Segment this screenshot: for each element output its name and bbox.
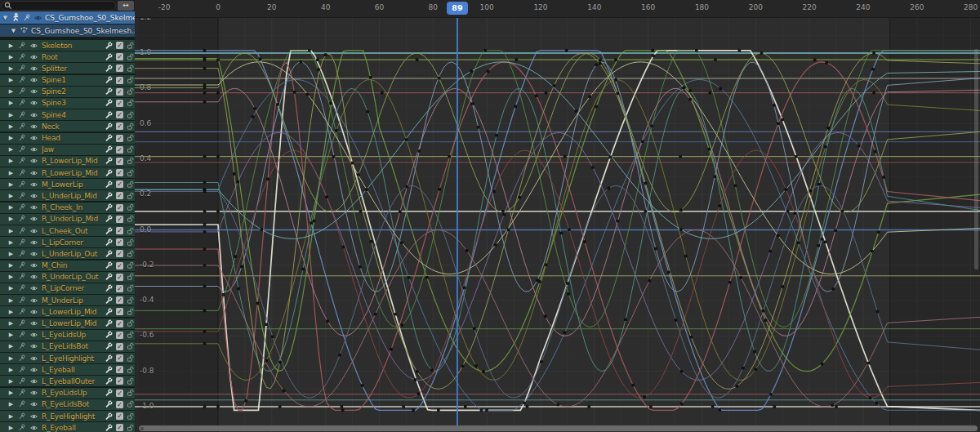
unlock-icon[interactable] bbox=[127, 65, 135, 73]
channel-name-label[interactable]: R_UnderLip_Out bbox=[42, 273, 101, 281]
modifier-wrench-icon[interactable] bbox=[105, 284, 113, 292]
unlock-icon[interactable] bbox=[127, 157, 135, 165]
enable-checkbox[interactable]: ✓ bbox=[116, 424, 123, 431]
enable-checkbox[interactable]: ✓ bbox=[116, 192, 123, 199]
eye-icon[interactable] bbox=[29, 424, 38, 432]
pin-icon[interactable] bbox=[18, 412, 26, 421]
channel-row[interactable]: ▶ Spine1 ✓ bbox=[0, 75, 135, 86]
object-channel-row[interactable]: ▼ CS_Gumshoe_S0_Skelmesh bbox=[0, 11, 135, 24]
eye-icon[interactable] bbox=[29, 331, 38, 339]
expand-icon[interactable]: ▶ bbox=[7, 216, 15, 222]
enable-checkbox[interactable]: ✓ bbox=[116, 204, 123, 212]
channel-row[interactable]: ▶ M_LowerLip ✓ bbox=[0, 179, 135, 189]
channel-row[interactable]: ▶ L_LowerLip_Mid ✓ bbox=[0, 306, 135, 317]
pin-icon[interactable] bbox=[18, 296, 26, 305]
collapse-icon[interactable]: ▼ bbox=[2, 15, 9, 21]
pin-icon[interactable] bbox=[18, 99, 26, 107]
pin-icon[interactable] bbox=[18, 169, 26, 177]
modifier-wrench-icon[interactable] bbox=[105, 412, 113, 421]
modifier-wrench-icon[interactable] bbox=[105, 42, 113, 50]
expand-icon[interactable]: ▶ bbox=[7, 285, 15, 292]
timeline-ruler[interactable]: -200204060801001201401601802002202402602… bbox=[135, 0, 980, 18]
enable-checkbox[interactable]: ✓ bbox=[116, 366, 123, 373]
unlock-icon[interactable] bbox=[127, 354, 135, 363]
pin-icon[interactable] bbox=[18, 192, 26, 200]
modifier-wrench-icon[interactable] bbox=[105, 192, 113, 200]
unlock-icon[interactable] bbox=[127, 377, 135, 385]
eye-icon[interactable] bbox=[29, 203, 38, 212]
eye-icon[interactable] bbox=[29, 180, 38, 189]
channel-name-label[interactable]: R_LowerLip_Mid bbox=[42, 169, 101, 177]
pin-icon[interactable] bbox=[18, 342, 26, 350]
expand-icon[interactable]: ▶ bbox=[7, 309, 15, 315]
eye-icon[interactable] bbox=[29, 273, 38, 281]
eye-icon[interactable] bbox=[29, 261, 38, 269]
eye-icon[interactable] bbox=[29, 42, 38, 50]
unlock-icon[interactable] bbox=[127, 53, 135, 61]
enable-checkbox[interactable]: ✓ bbox=[116, 42, 123, 49]
unlock-icon[interactable] bbox=[127, 342, 135, 350]
channel-row[interactable]: ▶ M_Chin ✓ bbox=[0, 261, 135, 271]
enable-checkbox[interactable]: ✓ bbox=[116, 169, 123, 176]
pin-icon[interactable] bbox=[18, 319, 26, 327]
channel-name-label[interactable]: L_EyeHighlight bbox=[42, 354, 101, 363]
channel-row[interactable]: ▶ R_EyeLidsBot ✓ bbox=[0, 399, 135, 410]
pin-icon[interactable] bbox=[18, 76, 26, 84]
channel-name-label[interactable]: R_UnderLip_Mid bbox=[42, 215, 101, 223]
expand-icon[interactable]: ▶ bbox=[7, 100, 15, 106]
channel-row[interactable]: ▶ Spine3 ✓ bbox=[0, 98, 135, 109]
expand-icon[interactable]: ▶ bbox=[7, 135, 15, 141]
unlock-icon[interactable] bbox=[127, 331, 135, 339]
pin-icon[interactable] bbox=[18, 400, 26, 408]
modifier-wrench-icon[interactable] bbox=[105, 342, 113, 350]
expand-icon[interactable]: ▶ bbox=[7, 228, 15, 234]
current-frame-badge[interactable]: 89 bbox=[447, 2, 468, 15]
pin-icon[interactable] bbox=[18, 354, 26, 363]
modifier-wrench-icon[interactable] bbox=[105, 65, 113, 73]
enable-checkbox[interactable]: ✓ bbox=[116, 238, 123, 246]
expand-icon[interactable]: ▶ bbox=[7, 158, 15, 164]
modifier-wrench-icon[interactable] bbox=[105, 169, 113, 177]
eye-icon[interactable] bbox=[29, 87, 38, 96]
vertical-scrollbar[interactable] bbox=[974, 49, 978, 269]
unlock-icon[interactable] bbox=[127, 87, 135, 96]
enable-checkbox[interactable]: ✓ bbox=[116, 401, 123, 408]
expand-icon[interactable]: ▶ bbox=[7, 355, 15, 362]
channel-name-label[interactable]: R_Eyeball bbox=[42, 424, 101, 432]
channel-row[interactable]: ▶ L_EyeLidsUp ✓ bbox=[0, 330, 135, 341]
channel-row[interactable]: ▶ L_EyeHighlight ✓ bbox=[0, 353, 135, 363]
panel-resize-button[interactable]: ↔ bbox=[118, 1, 134, 11]
modifier-wrench-icon[interactable] bbox=[105, 134, 113, 142]
channel-name-label[interactable]: Splitter bbox=[42, 65, 101, 73]
horizontal-scrollbar[interactable] bbox=[139, 425, 978, 431]
expand-icon[interactable]: ▶ bbox=[7, 343, 15, 350]
expand-icon[interactable]: ▶ bbox=[7, 54, 15, 60]
enable-checkbox[interactable]: ✓ bbox=[116, 412, 123, 420]
channel-name-label[interactable]: L_Cheek_Out bbox=[42, 227, 101, 235]
eye-icon[interactable] bbox=[33, 14, 42, 22]
expand-icon[interactable]: ▶ bbox=[7, 251, 15, 257]
enable-checkbox[interactable]: ✓ bbox=[116, 250, 123, 257]
modifier-wrench-icon[interactable] bbox=[105, 180, 113, 189]
enable-checkbox[interactable]: ✓ bbox=[116, 320, 123, 327]
eye-icon[interactable] bbox=[29, 389, 38, 397]
enable-checkbox[interactable]: ✓ bbox=[116, 296, 123, 304]
enable-checkbox[interactable]: ✓ bbox=[116, 343, 123, 350]
enable-checkbox[interactable]: ✓ bbox=[116, 274, 123, 281]
pin-icon[interactable] bbox=[23, 14, 31, 22]
enable-checkbox[interactable]: ✓ bbox=[116, 262, 123, 269]
modifier-wrench-icon[interactable] bbox=[105, 215, 113, 223]
channel-name-label[interactable]: Spine2 bbox=[42, 87, 101, 96]
expand-icon[interactable]: ▶ bbox=[7, 262, 15, 269]
enable-checkbox[interactable]: ✓ bbox=[116, 135, 123, 142]
modifier-wrench-icon[interactable] bbox=[105, 203, 113, 212]
modifier-wrench-icon[interactable] bbox=[105, 87, 113, 96]
modifier-wrench-icon[interactable] bbox=[105, 227, 113, 235]
unlock-icon[interactable] bbox=[127, 145, 135, 154]
pin-icon[interactable] bbox=[18, 284, 26, 292]
pin-icon[interactable] bbox=[18, 145, 26, 154]
channel-row[interactable]: ▶ L_UnderLip_Mid ✓ bbox=[0, 190, 135, 201]
search-input[interactable] bbox=[1, 1, 116, 11]
enable-checkbox[interactable]: ✓ bbox=[116, 146, 123, 154]
channel-name-label[interactable]: L_UnderLip_Out bbox=[42, 250, 101, 258]
